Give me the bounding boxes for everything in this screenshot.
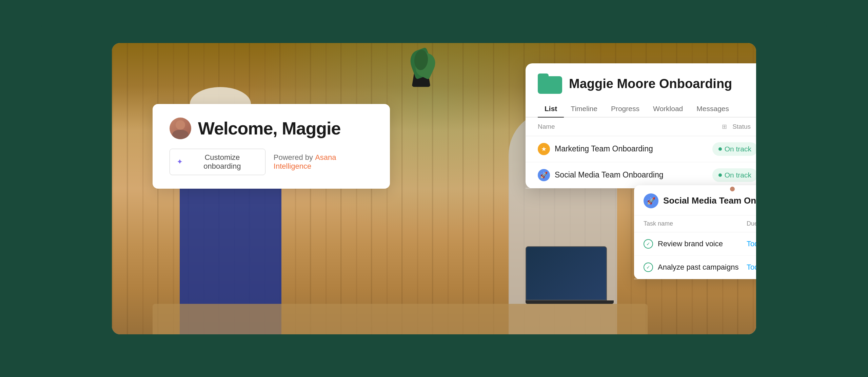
task-name-1: Marketing Team Onboarding	[555, 144, 653, 153]
row-left-1: ★ Marketing Team Onboarding	[538, 143, 653, 155]
status-badge-2: On track	[712, 168, 756, 182]
rocket-icon: 🚀	[538, 169, 550, 181]
status-dot-1	[718, 147, 722, 151]
table-header: Name ⊞ Status	[526, 118, 756, 136]
user-avatar	[170, 118, 191, 139]
detail-title: Social Media Team Onboarding	[663, 195, 756, 206]
detail-col-task: Task name	[644, 220, 747, 227]
resize-icon: ⊞	[722, 123, 727, 130]
detail-row-1[interactable]: ✓ Review brand voice Today Maggie	[634, 232, 756, 256]
detail-date-1: Today	[747, 239, 756, 248]
powered-by-label: Powered by	[274, 153, 313, 162]
cards-area: Maggie Moore Onboarding List Timeline Pr…	[526, 63, 756, 328]
status-text-1: On track	[725, 145, 751, 153]
plant-leaves	[404, 43, 438, 77]
check-icon-1: ✓	[644, 239, 653, 249]
tab-messages[interactable]: Messages	[690, 101, 736, 118]
detail-row-2[interactable]: ✓ Analyze past campaigns Today Maggie	[634, 256, 756, 279]
powered-by-text: Powered by Asana Intelligence	[274, 153, 373, 171]
detail-header: 🚀 Social Media Team Onboarding	[634, 185, 756, 215]
project-header: Maggie Moore Onboarding	[526, 63, 756, 101]
project-card: Maggie Moore Onboarding List Timeline Pr…	[526, 63, 756, 188]
customize-label: Customize onboarding	[186, 153, 258, 171]
detail-col-date: Due date	[747, 220, 756, 227]
avatar-head	[176, 120, 185, 130]
customize-button[interactable]: ✦ Customize onboarding	[170, 149, 265, 175]
folder-body	[538, 76, 562, 94]
tab-timeline[interactable]: Timeline	[564, 101, 604, 118]
table-row[interactable]: ★ Marketing Team Onboarding On track	[526, 136, 756, 162]
detail-icon: 🚀	[644, 193, 658, 208]
task-name-2: Social Media Team Onboarding	[555, 170, 663, 180]
col-status-header: Status	[732, 123, 751, 130]
col-name-header: Name	[538, 123, 555, 130]
status-badge-1: On track	[712, 142, 756, 156]
outer-container: Welcome, Maggie ✦ Customize onboarding P…	[41, 19, 827, 358]
detail-date-2: Today	[747, 263, 756, 272]
tab-progress[interactable]: Progress	[604, 101, 646, 118]
detail-task-1: Review brand voice	[658, 239, 747, 248]
table-row-2[interactable]: 🚀 Social Media Team Onboarding On track	[526, 162, 756, 188]
detail-card: 🚀 Social Media Team Onboarding Task name…	[634, 185, 756, 279]
star-icon: ★	[538, 143, 550, 155]
row-left-2: 🚀 Social Media Team Onboarding	[538, 169, 663, 181]
project-title: Maggie Moore Onboarding	[569, 77, 732, 91]
check-icon-2: ✓	[644, 263, 653, 272]
photo-card: Welcome, Maggie ✦ Customize onboarding P…	[112, 43, 756, 334]
status-dot-2	[718, 173, 722, 177]
tab-list[interactable]: List	[538, 101, 564, 118]
welcome-card: Welcome, Maggie ✦ Customize onboarding P…	[153, 104, 390, 189]
project-tabs: List Timeline Progress Workload Messages	[526, 101, 756, 118]
detail-task-2: Analyze past campaigns	[658, 263, 747, 272]
status-text-2: On track	[725, 171, 751, 179]
tab-workload[interactable]: Workload	[646, 101, 690, 118]
welcome-title: Welcome, Maggie	[198, 118, 340, 139]
avatar-body	[172, 130, 189, 139]
detail-table-header: Task name Due date Assignee	[634, 215, 756, 232]
welcome-header: Welcome, Maggie	[170, 118, 373, 139]
sparkle-icon: ✦	[177, 158, 183, 166]
folder-icon	[538, 74, 562, 94]
folder-tab	[538, 74, 549, 78]
welcome-actions: ✦ Customize onboarding Powered by Asana …	[170, 149, 373, 175]
